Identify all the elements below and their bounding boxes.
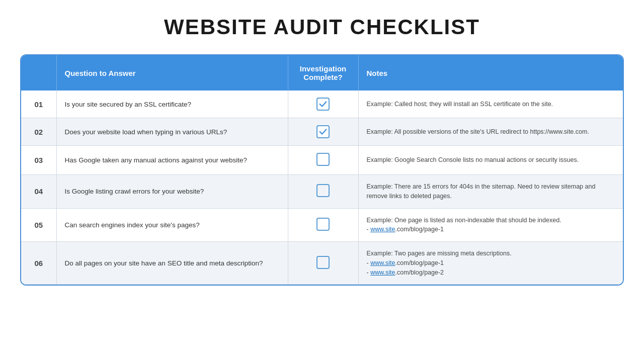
header-investigation: Investigation Complete?	[288, 55, 358, 90]
table-row: 03Has Google taken any manual actions ag…	[21, 146, 623, 175]
row-number: 04	[21, 175, 56, 209]
row-notes: Example: All possible versions of the si…	[358, 118, 623, 146]
row-question: Do all pages on your site have an SEO ti…	[56, 242, 288, 285]
row-checkbox-cell[interactable]	[288, 242, 358, 285]
table-row: 05Can search engines index your site's p…	[21, 208, 623, 242]
checkbox-icon[interactable]	[316, 98, 330, 111]
row-number: 06	[21, 242, 56, 285]
row-number: 02	[21, 118, 56, 146]
row-notes: Example: There are 15 errors for 404s in…	[358, 175, 623, 209]
row-checkbox-cell[interactable]	[288, 175, 358, 209]
row-number: 05	[21, 208, 56, 242]
header-question: Question to Answer	[56, 55, 288, 90]
row-checkbox-cell[interactable]	[288, 118, 358, 146]
table-row: 06Do all pages on your site have an SEO …	[21, 242, 623, 285]
row-question: Is your site secured by an SSL certifica…	[56, 90, 288, 118]
row-question: Has Google taken any manual actions agai…	[56, 146, 288, 175]
row-notes: Example: One page is listed as non-index…	[358, 208, 623, 242]
row-notes: Example: Google Search Console lists no …	[358, 146, 623, 175]
checkbox-icon[interactable]	[316, 125, 330, 138]
checkbox-icon[interactable]	[316, 184, 330, 197]
checkbox-icon[interactable]	[316, 218, 330, 231]
checkbox-icon[interactable]	[316, 153, 330, 166]
row-notes: Example: Called host; they will install …	[358, 90, 623, 118]
row-checkbox-cell[interactable]	[288, 208, 358, 242]
row-question: Is Google listing crawl errors for your …	[56, 175, 288, 209]
checkbox-icon[interactable]	[316, 256, 330, 269]
row-checkbox-cell[interactable]	[288, 146, 358, 175]
row-question: Can search engines index your site's pag…	[56, 208, 288, 242]
row-number: 01	[21, 90, 56, 118]
row-number: 03	[21, 146, 56, 175]
audit-table-container: Question to Answer Investigation Complet…	[20, 54, 624, 286]
audit-table: Question to Answer Investigation Complet…	[21, 55, 623, 285]
header-num	[21, 55, 56, 90]
row-question: Does your website load when typing in va…	[56, 118, 288, 146]
table-row: 02Does your website load when typing in …	[21, 118, 623, 146]
row-notes: Example: Two pages are missing meta desc…	[358, 242, 623, 285]
page-title: WEBSITE AUDIT CHECKLIST	[164, 15, 480, 39]
table-row: 04Is Google listing crawl errors for you…	[21, 175, 623, 209]
table-row: 01Is your site secured by an SSL certifi…	[21, 90, 623, 118]
header-notes: Notes	[358, 55, 623, 90]
row-checkbox-cell[interactable]	[288, 90, 358, 118]
